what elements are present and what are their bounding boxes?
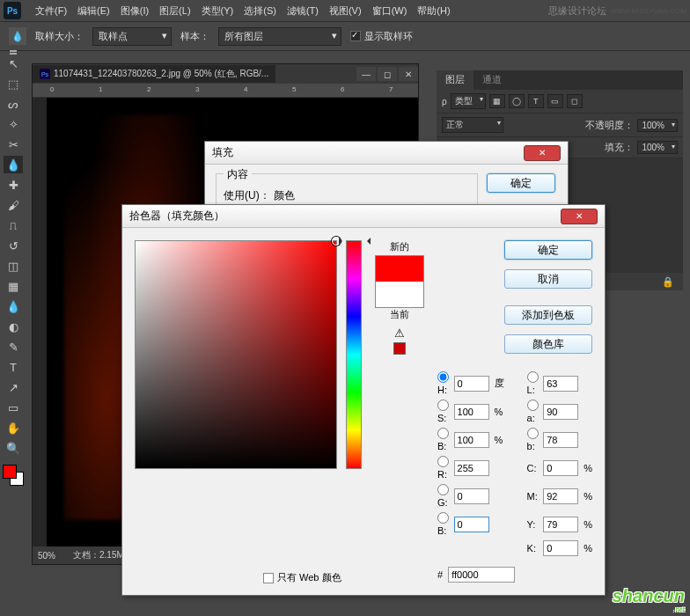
- close-button[interactable]: ✕: [399, 67, 418, 81]
- tool-preset-icon[interactable]: 💧: [9, 27, 26, 45]
- zoom-tool[interactable]: 🔍: [4, 439, 23, 457]
- sample-layers-select[interactable]: 所有图层: [218, 27, 341, 46]
- r-input[interactable]: [454, 460, 489, 476]
- lab-b-radio[interactable]: b:: [527, 428, 540, 451]
- lasso-tool[interactable]: ᔕ: [4, 95, 23, 113]
- new-color-label: 新的: [390, 240, 409, 253]
- filter-kind-select[interactable]: 类型: [451, 93, 486, 109]
- menu-help[interactable]: 帮助(H): [412, 4, 455, 18]
- toolbox: ↖ ⬚ ᔕ ✧ ✂ 💧 ✚ 🖌 ⎍ ↺ ◫ ▦ 💧 ◐ ✎ T ↗ ▭ ✋ 🔍: [0, 51, 26, 489]
- show-ring-checkbox[interactable]: 显示取样环: [350, 30, 413, 43]
- h-input[interactable]: [454, 376, 489, 392]
- menu-view[interactable]: 视图(V): [324, 4, 367, 18]
- color-picker-dialog: 拾色器（填充颜色） ✕ 新的 当前 ⚠ 确定 取消 添加到色板: [121, 204, 606, 596]
- a-input[interactable]: [543, 404, 578, 420]
- minimize-button[interactable]: —: [356, 67, 376, 81]
- tab-layers[interactable]: 图层: [437, 70, 473, 90]
- sample-size-select[interactable]: 取样点: [92, 27, 172, 46]
- wand-tool[interactable]: ✧: [4, 115, 23, 133]
- s-radio[interactable]: S:: [437, 400, 451, 423]
- content-legend: 内容: [224, 167, 252, 182]
- history-brush-tool[interactable]: ↺: [4, 237, 23, 254]
- hue-slider[interactable]: [346, 240, 362, 469]
- s-input[interactable]: [454, 404, 489, 420]
- gamut-warning-icon[interactable]: ⚠: [394, 326, 405, 340]
- rgb-b-radio[interactable]: B:: [437, 512, 451, 536]
- web-colors-checkbox[interactable]: 只有 Web 颜色: [263, 571, 341, 584]
- filter-shape-icon[interactable]: ▭: [547, 94, 563, 108]
- menu-type[interactable]: 类型(Y): [196, 4, 239, 18]
- filter-adjust-icon[interactable]: ◯: [509, 94, 525, 108]
- foreground-color[interactable]: [3, 465, 17, 479]
- fill-ok-button[interactable]: 确定: [487, 173, 555, 193]
- dodge-tool[interactable]: ◐: [4, 318, 23, 335]
- r-radio[interactable]: R:: [437, 456, 451, 480]
- hex-input[interactable]: [448, 567, 515, 583]
- y-input[interactable]: [543, 517, 578, 532]
- k-label: K:: [527, 543, 540, 554]
- gamut-swatch[interactable]: [393, 342, 406, 355]
- picker-close-button[interactable]: ✕: [561, 209, 598, 224]
- path-tool[interactable]: ↗: [4, 378, 23, 396]
- heal-tool[interactable]: ✚: [4, 176, 23, 194]
- g-radio[interactable]: G:: [437, 484, 451, 508]
- picker-cancel-button[interactable]: 取消: [504, 269, 592, 289]
- stamp-tool[interactable]: ⎍: [4, 216, 23, 234]
- hand-tool[interactable]: ✋: [4, 419, 23, 436]
- eraser-tool[interactable]: ◫: [4, 257, 23, 275]
- menu-layer[interactable]: 图层(L): [154, 4, 195, 18]
- pen-tool[interactable]: ✎: [4, 338, 23, 356]
- gradient-tool[interactable]: ▦: [4, 277, 23, 295]
- saturation-value-field[interactable]: [135, 240, 337, 469]
- lab-b-input[interactable]: [543, 432, 578, 448]
- g-input[interactable]: [454, 488, 489, 504]
- use-label: 使用(U)：: [224, 188, 270, 203]
- l-radio[interactable]: L:: [527, 371, 540, 395]
- opacity-value[interactable]: 100%: [637, 119, 678, 132]
- brush-tool[interactable]: 🖌: [4, 196, 23, 214]
- m-input[interactable]: [543, 488, 578, 504]
- h-radio[interactable]: H:: [437, 371, 451, 395]
- ruler-horizontal: 0 1 2 3 4 5 6 7: [33, 84, 418, 98]
- menu-filter[interactable]: 滤镜(T): [282, 4, 324, 18]
- filter-pixel-icon[interactable]: ▦: [489, 94, 505, 108]
- color-preview: [375, 255, 424, 308]
- forum-url: WWW.MISSYUAN.COM: [610, 7, 686, 15]
- type-tool[interactable]: T: [4, 358, 23, 376]
- shape-tool[interactable]: ▭: [4, 399, 23, 416]
- tab-channels[interactable]: 通道: [473, 70, 510, 90]
- a-radio[interactable]: a:: [527, 400, 540, 423]
- app-logo: Ps: [4, 2, 21, 19]
- c-input[interactable]: [543, 460, 578, 476]
- eyedropper-tool[interactable]: 💧: [4, 156, 23, 173]
- menu-edit[interactable]: 编辑(E): [72, 4, 115, 18]
- picker-ok-button[interactable]: 确定: [504, 240, 592, 260]
- b-input[interactable]: [454, 432, 489, 448]
- add-swatch-button[interactable]: 添加到色板: [504, 305, 592, 325]
- current-color-swatch[interactable]: [376, 282, 423, 307]
- blur-tool[interactable]: 💧: [4, 297, 23, 315]
- maximize-button[interactable]: ◻: [378, 67, 397, 81]
- filter-smart-icon[interactable]: ◻: [567, 94, 583, 108]
- l-input[interactable]: [543, 376, 578, 392]
- menu-window[interactable]: 窗口(W): [367, 4, 413, 18]
- menu-select[interactable]: 选择(S): [239, 4, 282, 18]
- blend-mode-select[interactable]: 正常: [442, 117, 503, 133]
- rgb-b-input[interactable]: [454, 517, 489, 532]
- color-swatches[interactable]: [3, 465, 24, 486]
- menu-file[interactable]: 文件(F): [30, 4, 72, 18]
- document-tab[interactable]: Ps 11074431_122403780263_2.jpg @ 50% (红色…: [33, 65, 275, 83]
- move-tool[interactable]: ↖: [4, 55, 23, 72]
- b-radio[interactable]: B:: [437, 428, 451, 451]
- crop-tool[interactable]: ✂: [4, 136, 23, 153]
- menu-image[interactable]: 图像(I): [115, 4, 154, 18]
- fill-close-button[interactable]: ✕: [524, 145, 561, 161]
- y-label: Y:: [527, 519, 540, 530]
- k-input[interactable]: [543, 540, 578, 556]
- marquee-tool[interactable]: ⬚: [4, 75, 23, 92]
- color-libraries-button[interactable]: 颜色库: [504, 334, 592, 354]
- hue-slider-thumb[interactable]: [342, 238, 367, 245]
- fill-opacity-value[interactable]: 100%: [637, 141, 678, 154]
- filter-type-icon[interactable]: T: [528, 94, 544, 108]
- zoom-level[interactable]: 50%: [38, 551, 55, 561]
